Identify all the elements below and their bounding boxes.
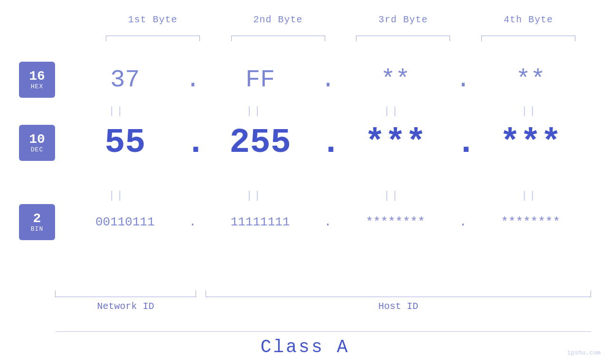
hex-dot-1: . <box>186 66 200 94</box>
top-bracket-3 <box>356 36 450 41</box>
bin-val-1: 00110111 <box>65 215 186 229</box>
equals-hex-dec: || || || || <box>55 105 591 117</box>
dec-val-3: *** <box>335 123 456 162</box>
dec-dot-2: . <box>321 123 335 162</box>
bin-dot-2: . <box>321 215 335 229</box>
bottom-brackets-area: Network ID Host ID <box>55 290 591 312</box>
bin-row: 2 BIN 00110111 . 11111111 . ******** . *… <box>19 204 591 240</box>
class-label: Class A <box>0 337 610 357</box>
eq-dot-spacer2b <box>316 190 330 202</box>
bin-dot-1: . <box>186 215 200 229</box>
eq2b: || <box>193 190 316 202</box>
bin-dot-3: . <box>456 215 470 229</box>
top-bracket-1 <box>106 36 200 41</box>
col-label-2: 2nd Byte <box>216 14 341 25</box>
col-label-3: 3rd Byte <box>341 14 466 25</box>
hex-val-2: FF <box>200 66 321 94</box>
bin-section: 2 BIN 00110111 . 11111111 . ******** . *… <box>19 204 591 240</box>
dec-section: 10 DEC 55 . 255 . *** . *** <box>19 123 591 162</box>
eq4: || <box>468 105 591 117</box>
dec-badge: 10 DEC <box>19 125 55 161</box>
eq2: || <box>193 105 316 117</box>
bin-badge-label: BIN <box>31 225 43 233</box>
eq-dot-spacer3 <box>453 105 468 117</box>
bin-cells: 00110111 . 11111111 . ******** . *******… <box>65 215 591 229</box>
dec-val-2: 255 <box>200 123 321 162</box>
watermark: ipshu.com <box>567 349 601 356</box>
bracket-gap <box>196 290 206 297</box>
hex-cells: 37 . FF . ** . ** <box>65 66 591 94</box>
eq-dot-spacer2 <box>316 105 330 117</box>
network-bracket <box>55 290 196 297</box>
bottom-labels-row: Network ID Host ID <box>55 301 591 312</box>
dec-val-4: *** <box>470 123 591 162</box>
dec-badge-num: 10 <box>29 133 45 146</box>
bin-val-3: ******** <box>335 215 456 229</box>
eq3: || <box>330 105 454 117</box>
hex-badge: 16 HEX <box>19 62 55 98</box>
dec-val-1: 55 <box>65 123 186 162</box>
host-bracket <box>206 290 591 297</box>
hex-val-4: ** <box>470 66 591 94</box>
host-id-label: Host ID <box>206 301 591 312</box>
eq1: || <box>55 105 178 117</box>
dec-dot-1: . <box>186 123 200 162</box>
bin-badge: 2 BIN <box>19 204 55 240</box>
hex-section: 16 HEX 37 . FF . ** . ** <box>19 62 591 98</box>
full-bottom-line <box>55 331 591 332</box>
bin-val-4: ******** <box>470 215 591 229</box>
top-bracket-4 <box>481 36 575 41</box>
eq-dot-spacer1b <box>178 190 193 202</box>
col-label-4: 4th Byte <box>466 14 591 25</box>
dec-badge-label: DEC <box>31 146 43 153</box>
top-brackets <box>90 36 591 41</box>
hex-val-3: ** <box>335 66 456 94</box>
eq-dot-spacer1 <box>178 105 193 117</box>
hex-badge-num: 16 <box>29 70 45 83</box>
bottom-bracket-lines <box>55 290 591 297</box>
hex-badge-label: HEX <box>31 83 43 90</box>
column-labels: 1st Byte 2nd Byte 3rd Byte 4th Byte <box>90 14 591 25</box>
hex-val-1: 37 <box>65 66 186 94</box>
eq3b: || <box>330 190 454 202</box>
hex-row: 16 HEX 37 . FF . ** . ** <box>19 62 591 98</box>
hex-dot-2: . <box>321 66 335 94</box>
eq-dot-spacer3b <box>453 190 468 202</box>
label-gap <box>196 301 206 312</box>
top-bracket-2 <box>231 36 325 41</box>
equals-dec-bin: || || || || <box>55 190 591 202</box>
bin-val-2: 11111111 <box>200 215 321 229</box>
main-container: 1st Byte 2nd Byte 3rd Byte 4th Byte 16 H… <box>0 0 610 364</box>
network-id-label: Network ID <box>55 301 196 312</box>
col-label-1: 1st Byte <box>90 14 216 25</box>
hex-dot-3: . <box>456 66 470 94</box>
eq1b: || <box>55 190 178 202</box>
bin-badge-num: 2 <box>33 212 41 225</box>
dec-dot-3: . <box>456 123 470 162</box>
eq4b: || <box>468 190 591 202</box>
dec-cells: 55 . 255 . *** . *** <box>65 123 591 162</box>
dec-row: 10 DEC 55 . 255 . *** . *** <box>19 123 591 162</box>
